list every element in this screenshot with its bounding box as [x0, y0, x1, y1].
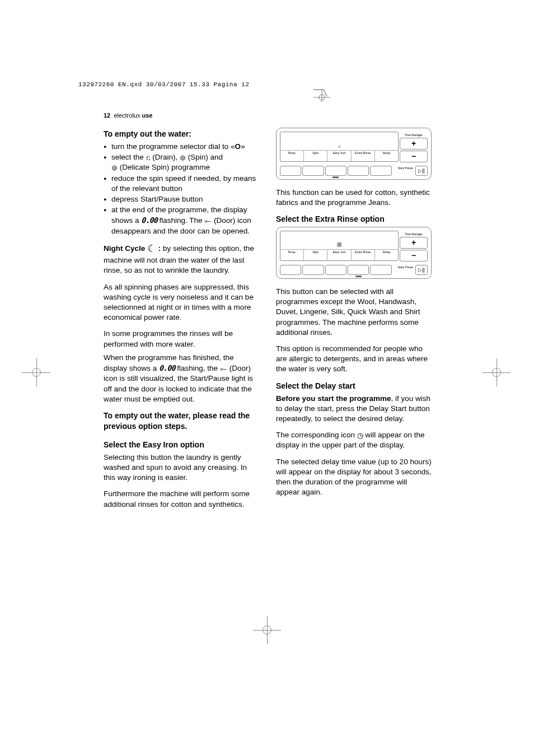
start-pause-label: Start/ Pause [393, 166, 414, 176]
paragraph: As all spinning phases are suppressed, t… [104, 282, 259, 323]
spin-button[interactable] [302, 166, 324, 176]
list-item: at the end of the programme, the display… [104, 205, 259, 236]
time-minus-button[interactable]: − [400, 151, 428, 162]
print-header: 132972260 EN.qxd 30/03/2007 15.33 Pagina… [78, 81, 249, 88]
heading-delay-start: Select the Delay start [276, 381, 432, 391]
paragraph: In some programmes the rinses will be pe… [104, 329, 259, 349]
delay-button[interactable] [370, 265, 391, 275]
paragraph: This function can be used for cotton, sy… [276, 188, 432, 208]
control-panel-extra-rinse: ⊞ Temp. Spin Easy Iron Extra Rinse Delay… [276, 227, 432, 279]
page-number: 12 [104, 112, 110, 119]
extra-rinse-button[interactable] [348, 166, 369, 176]
door-icon: ⟜ [220, 364, 227, 374]
paragraph: When the programme has finished, the dis… [104, 353, 259, 404]
drain-icon: ⎌ [146, 153, 151, 163]
clock-icon: ◷ [357, 431, 363, 441]
time-manager: Time Manager + − [400, 132, 428, 162]
paragraph: Selecting this button the laundry is gen… [104, 452, 259, 483]
paragraph: Furthermore the machine will perform som… [104, 489, 259, 509]
spin-icon: ⊚ [180, 153, 186, 163]
easy-iron-button[interactable] [325, 166, 346, 176]
registration-mark-icon [22, 358, 50, 386]
night-cycle-icon: ☾ [147, 242, 156, 255]
display-screen: ⊞ Temp. Spin Easy Iron Extra Rinse Delay [280, 231, 399, 261]
heading-empty-steps: To empty out the water, please read the … [104, 410, 259, 432]
registration-mark-icon [253, 616, 281, 644]
display-value: 0.00 [159, 363, 175, 372]
delay-button[interactable] [370, 166, 391, 176]
display-screen: ⟓ Temp. Spin Easy Iron Extra Rinse Delay [280, 132, 399, 162]
heading-extra-rinse: Select the Extra Rinse option [276, 214, 432, 225]
time-manager: Time Manager + − [400, 231, 428, 262]
left-column: To empty out the water: turn the program… [104, 128, 259, 516]
night-cycle-label: Night Cycle [104, 244, 147, 253]
time-minus-button[interactable]: − [400, 250, 428, 262]
list-item: reduce the spin speed if needed, by mean… [104, 174, 259, 194]
paragraph: Before you start the programme, if you w… [276, 394, 432, 424]
paragraph: This option is recommended for people wh… [276, 344, 432, 375]
paragraph: This button can be selected with all pro… [276, 287, 432, 338]
heading-empty-water: To empty out the water: [104, 129, 259, 139]
delicate-spin-icon: ⊚ [111, 163, 118, 173]
control-panel-easy-iron: ⟓ Temp. Spin Easy Iron Extra Rinse Delay… [276, 128, 432, 180]
display-value: 0.00 [141, 216, 157, 225]
page-fold-icon [313, 85, 330, 102]
paragraph: The corresponding icon ◷ will appear on … [276, 430, 432, 450]
heading-easy-iron: Select the Easy Iron option [104, 440, 259, 450]
night-cycle-para: Night Cycle ☾ : by selecting this option… [104, 242, 259, 276]
door-icon: ⟜ [204, 216, 212, 226]
start-pause-button[interactable]: ▷|| [415, 166, 428, 176]
start-pause-button[interactable]: ▷|| [415, 265, 428, 275]
list-item: select the ⎌ (Drain), ⊚ (Spin) and⊚ (Del… [104, 152, 259, 172]
right-column: ⟓ Temp. Spin Easy Iron Extra Rinse Delay… [276, 128, 432, 516]
time-plus-button[interactable]: + [400, 138, 428, 150]
section-label: use [142, 112, 153, 119]
empty-water-steps: turn the programme selector dial to «O» … [104, 142, 259, 236]
spin-button[interactable] [302, 265, 324, 275]
page-header: 12 electrolux use [104, 112, 152, 119]
extra-rinse-button[interactable] [348, 265, 369, 275]
easy-iron-button[interactable] [325, 265, 346, 275]
start-pause-label: Start/ Pause [393, 265, 414, 275]
content-area: To empty out the water: turn the program… [104, 128, 432, 516]
iron-icon: ⟓ [338, 142, 341, 150]
svg-line-1 [324, 90, 327, 96]
rinse-icon: ⊞ [337, 241, 341, 249]
display-labels: Temp. Spin Easy Iron Extra Rinse Delay [280, 151, 398, 161]
brand: electrolux [114, 112, 140, 119]
temp-button[interactable] [280, 166, 301, 176]
paragraph: The selected delay time value (up to 20 … [276, 457, 432, 498]
display-labels: Temp. Spin Easy Iron Extra Rinse Delay [280, 250, 398, 260]
list-item: turn the programme selector dial to «O» [104, 142, 259, 152]
time-plus-button[interactable]: + [400, 237, 428, 249]
temp-button[interactable] [280, 265, 301, 275]
list-item: depress Start/Pause button [104, 194, 259, 204]
registration-mark-icon [483, 358, 510, 386]
